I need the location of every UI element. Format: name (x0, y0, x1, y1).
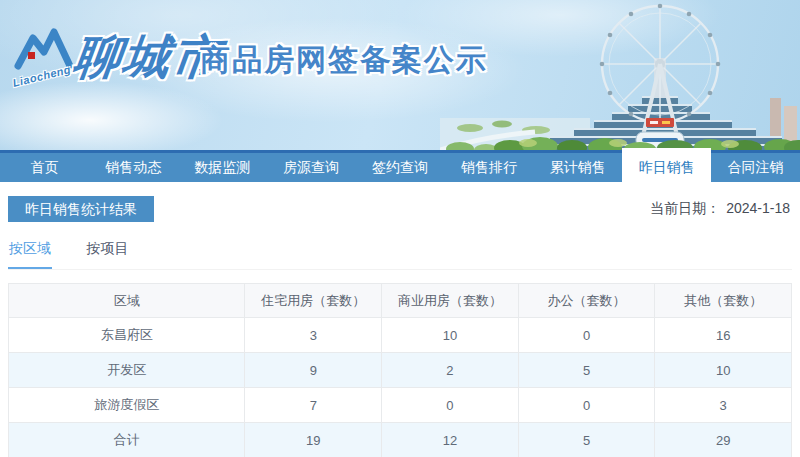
view-tabs: 按区域 按项目 (8, 239, 792, 270)
cityscape-ferris-wheel-illustration (440, 0, 800, 150)
value-cell: 0 (518, 318, 655, 353)
column-header: 办公（套数） (518, 284, 655, 318)
value-cell: 16 (655, 318, 792, 353)
main-nav: 首页销售动态数据监测房源查询签约查询销售排行累计销售昨日销售合同注销 (0, 153, 800, 182)
page-content: 昨日销售统计结果 当前日期：2024-1-18 按区域 按项目 区域住宅用房（套… (0, 196, 800, 457)
value-cell: 5 (518, 353, 655, 388)
tab-by-region[interactable]: 按区域 (8, 240, 52, 269)
current-date-label: 当前日期： (650, 200, 720, 216)
nav-item-2[interactable]: 数据监测 (178, 153, 267, 182)
sales-stats-table: 区域住宅用房（套数）商业用房（套数）办公（套数）其他（套数） 东昌府区31001… (8, 283, 792, 457)
region-cell: 合计 (9, 423, 245, 457)
value-cell: 3 (655, 388, 792, 423)
region-cell: 开发区 (9, 353, 245, 388)
value-cell: 9 (245, 353, 382, 388)
value-cell: 3 (245, 318, 382, 353)
nav-item-6[interactable]: 累计销售 (533, 153, 622, 182)
section-title-badge: 昨日销售统计结果 (8, 196, 154, 222)
nav-item-8[interactable]: 合同注销 (711, 153, 800, 182)
table-header-row: 区域住宅用房（套数）商业用房（套数）办公（套数）其他（套数） (9, 284, 792, 318)
value-cell: 29 (655, 423, 792, 457)
site-title: 商品房网签备案公示 (200, 40, 488, 81)
value-cell: 10 (655, 353, 792, 388)
table-row: 东昌府区310016 (9, 318, 792, 353)
value-cell: 0 (518, 388, 655, 423)
nav-item-3[interactable]: 房源查询 (267, 153, 356, 182)
nav-item-0[interactable]: 首页 (0, 153, 89, 182)
column-header: 区域 (9, 284, 245, 318)
nav-item-1[interactable]: 销售动态 (89, 153, 178, 182)
value-cell: 2 (382, 353, 519, 388)
nav-item-7[interactable]: 昨日销售 (622, 153, 711, 182)
column-header: 商业用房（套数） (382, 284, 519, 318)
value-cell: 10 (382, 318, 519, 353)
site-header: Liaocheng 聊城市 商品房网签备案公示 (0, 0, 800, 150)
value-cell: 12 (382, 423, 519, 457)
table-body: 东昌府区310016开发区92510旅游度假区7003合计1912529 (9, 318, 792, 457)
region-cell: 旅游度假区 (9, 388, 245, 423)
value-cell: 0 (382, 388, 519, 423)
nav-item-4[interactable]: 签约查询 (356, 153, 445, 182)
table-row: 旅游度假区7003 (9, 388, 792, 423)
title-row: 昨日销售统计结果 当前日期：2024-1-18 (8, 196, 792, 222)
value-cell: 7 (245, 388, 382, 423)
column-header: 住宅用房（套数） (245, 284, 382, 318)
current-date: 当前日期：2024-1-18 (650, 200, 792, 218)
current-date-value: 2024-1-18 (726, 200, 790, 216)
nav-item-5[interactable]: 销售排行 (444, 153, 533, 182)
column-header: 其他（套数） (655, 284, 792, 318)
value-cell: 19 (245, 423, 382, 457)
table-row: 开发区92510 (9, 353, 792, 388)
value-cell: 5 (518, 423, 655, 457)
table-row: 合计1912529 (9, 423, 792, 457)
region-cell: 东昌府区 (9, 318, 245, 353)
tab-by-project[interactable]: 按项目 (85, 240, 129, 267)
